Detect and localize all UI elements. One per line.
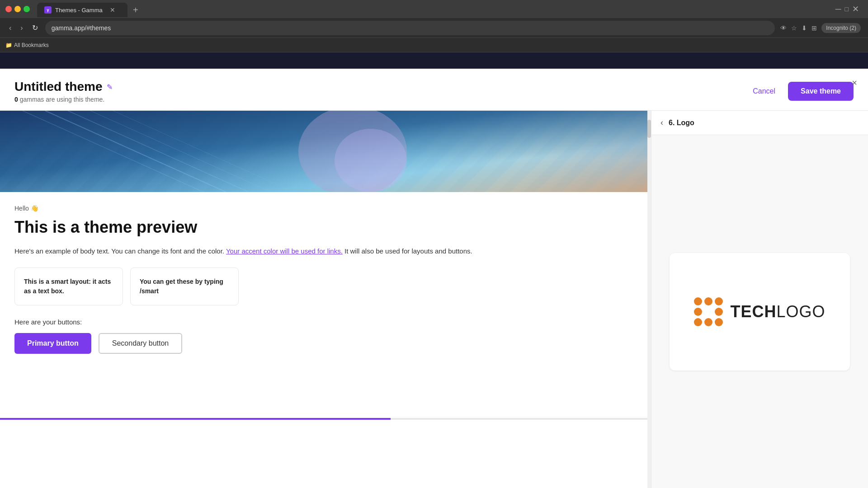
theme-modal: Untitled theme ✎ 0 gammas are using this… — [0, 69, 868, 488]
save-theme-button[interactable]: Save theme — [788, 82, 854, 101]
restore-btn[interactable]: □ — [845, 5, 849, 13]
cancel-button[interactable]: Cancel — [745, 84, 783, 99]
tech-logo: TECHLOGO — [694, 297, 825, 326]
preview-buttons: Primary button Secondary button — [14, 333, 637, 354]
minimize-btn[interactable]: ─ — [835, 5, 841, 14]
tab-title: Themes - Gamma — [55, 7, 103, 14]
logo-text-light: LOGO — [776, 302, 825, 321]
active-tab[interactable]: γ Themes - Gamma ✕ — [37, 3, 127, 17]
tab-bar: γ Themes - Gamma ✕ + — [37, 1, 832, 17]
refresh-btn[interactable]: ↻ — [30, 22, 40, 34]
edit-title-icon[interactable]: ✎ — [107, 83, 113, 91]
preview-hero-image — [0, 111, 651, 192]
logo-text: TECHLOGO — [730, 302, 825, 321]
hero-svg — [0, 111, 651, 192]
smart-card-2: You can get these by typing /smart — [130, 267, 239, 305]
smart-card-1: This is a smart layout: it acts as a tex… — [14, 267, 123, 305]
address-bar: ‹ › ↻ gamma.app/#themes 👁 ☆ ⬇ ⊞ Incognit… — [0, 18, 868, 38]
panel-nav: ‹ 6. Logo — [651, 111, 868, 135]
tab-close-icon[interactable]: ✕ — [110, 6, 115, 14]
extension-icon[interactable]: ⊞ — [811, 24, 817, 32]
logo-dot-3 — [715, 297, 723, 305]
close-btn[interactable]: ✕ — [852, 4, 859, 14]
eyeoff-icon[interactable]: 👁 — [780, 24, 787, 32]
modal-subtitle: 0 gammas are using this theme. — [14, 96, 113, 103]
preview-heading: This is a theme preview — [14, 217, 637, 237]
new-tab-btn[interactable]: + — [129, 3, 142, 17]
panel-section-title: 6. Logo — [669, 119, 694, 127]
logo-dot-empty — [704, 308, 712, 316]
primary-button-preview[interactable]: Primary button — [14, 333, 91, 354]
buttons-label: Here are your buttons: — [14, 318, 637, 326]
logo-dot-6 — [694, 318, 702, 326]
preview-cards: This is a smart layout: it acts as a tex… — [14, 267, 637, 305]
preview-body-text: Here's an example of body text. You can … — [14, 246, 637, 257]
toolbar-icons: 👁 ☆ ⬇ ⊞ Incognito (2) — [780, 23, 861, 33]
preview-link[interactable]: Your accent color will be used for links… — [226, 247, 343, 255]
preview-content: Hello 👋 This is a theme preview Here's a… — [0, 192, 651, 418]
star-icon[interactable]: ☆ — [791, 24, 797, 32]
url-text: gamma.app/#themes — [52, 24, 111, 32]
modal-close-btn[interactable]: × — [852, 78, 857, 88]
preview-scrollbar[interactable] — [647, 111, 651, 488]
gamma-count: 0 — [14, 96, 18, 103]
modal-actions: Cancel Save theme — [745, 82, 854, 101]
logo-dot-7 — [704, 318, 712, 326]
close-window-btn[interactable] — [5, 6, 12, 12]
maximize-window-btn[interactable] — [24, 6, 30, 12]
logo-dot-4 — [694, 308, 702, 316]
body-main: Here's an example of body text. You can … — [14, 247, 224, 255]
tab-favicon: γ — [44, 6, 52, 14]
logo-dot-1 — [694, 297, 702, 305]
preview-pane: Hello 👋 This is a theme preview Here's a… — [0, 111, 651, 488]
panel-content: TECHLOGO — [651, 135, 868, 488]
body-end: It will also be used for layouts and but… — [344, 247, 472, 255]
back-btn[interactable]: ‹ — [7, 22, 13, 34]
modal-header: Untitled theme ✎ 0 gammas are using this… — [0, 69, 868, 111]
right-panel: ‹ 6. Logo — [651, 111, 868, 488]
browser-titlebar: γ Themes - Gamma ✕ + ─ □ ✕ — [0, 0, 868, 18]
folder-icon: 📁 — [5, 42, 12, 48]
window-controls — [5, 6, 30, 12]
url-input[interactable]: gamma.app/#themes — [45, 21, 775, 35]
incognito-badge: Incognito (2) — [821, 23, 861, 33]
minimize-window-btn[interactable] — [14, 6, 21, 12]
scrollbar-thumb[interactable] — [647, 120, 651, 138]
logo-dot-8 — [715, 318, 723, 326]
progress-fill — [0, 418, 391, 420]
logo-preview-box: TECHLOGO — [670, 253, 850, 371]
browser-chrome: γ Themes - Gamma ✕ + ─ □ ✕ ‹ › ↻ gamma.a… — [0, 0, 868, 52]
preview-hello: Hello 👋 — [14, 205, 637, 212]
subtitle-text: gammas are using this theme. — [18, 96, 104, 103]
secondary-button-preview[interactable]: Secondary button — [99, 333, 182, 354]
panel-back-btn[interactable]: ‹ — [660, 118, 663, 127]
bookmarks-item[interactable]: 📁 All Bookmarks — [5, 42, 49, 48]
scroll-progress — [0, 418, 651, 420]
logo-dots-grid — [694, 297, 723, 326]
modal-title-row: Untitled theme ✎ — [14, 80, 113, 94]
logo-dot-5 — [715, 308, 723, 316]
logo-dot-2 — [704, 297, 712, 305]
svg-point-7 — [335, 129, 407, 192]
bookmarks-label: All Bookmarks — [14, 42, 49, 48]
logo-text-bold: TECH — [730, 302, 776, 321]
modal-title-area: Untitled theme ✎ 0 gammas are using this… — [14, 80, 113, 103]
forward-btn[interactable]: › — [19, 22, 24, 34]
bookmarks-bar: 📁 All Bookmarks — [0, 38, 868, 52]
download-icon[interactable]: ⬇ — [802, 24, 807, 32]
modal-body: Hello 👋 This is a theme preview Here's a… — [0, 111, 868, 488]
theme-title: Untitled theme — [14, 80, 102, 94]
